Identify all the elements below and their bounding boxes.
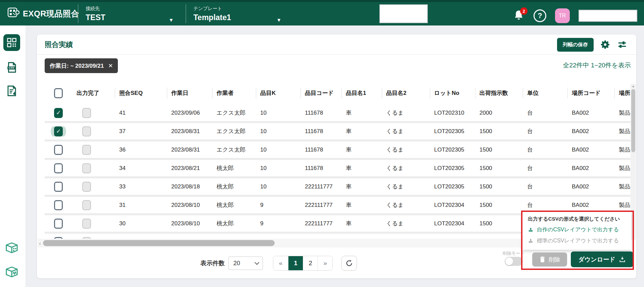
- help-button[interactable]: ?: [534, 9, 546, 22]
- qr-code-icon: [7, 38, 17, 48]
- column-header-8[interactable]: 品目名2: [382, 84, 430, 102]
- csv-option-custom-layout[interactable]: 自作のCSVレイアウトで出力する: [528, 226, 626, 233]
- close-icon[interactable]: ✕: [108, 62, 113, 69]
- chevron-down-icon: ▼: [276, 17, 281, 23]
- delete-mode-toggle[interactable]: [505, 257, 523, 266]
- vertical-scrollbar[interactable]: ▲: [631, 84, 636, 240]
- row-select-checkbox[interactable]: ✓: [54, 126, 63, 136]
- user-avatar[interactable]: TR: [555, 8, 570, 23]
- notification-bell-button[interactable]: 2: [513, 9, 525, 22]
- row-select-checkbox[interactable]: [54, 200, 63, 210]
- output-done-checkbox: [82, 126, 91, 136]
- delete-button[interactable]: 削除: [532, 252, 567, 267]
- output-done-checkbox: [82, 219, 91, 229]
- row-select-cell: ✓: [45, 108, 72, 118]
- cell-lot_no: LOT202304: [430, 220, 475, 227]
- cell-item_name1: 車: [341, 146, 382, 154]
- chevron-down-icon: [255, 260, 259, 265]
- sidebar-item-qr-verify[interactable]: [3, 34, 20, 51]
- sidebar-item-csv-export[interactable]: CSV: [3, 59, 20, 76]
- sidebar-item-box-monitor[interactable]: [3, 264, 20, 280]
- page-next-button[interactable]: »: [318, 256, 332, 270]
- save-column-width-button[interactable]: 列幅の保存: [557, 38, 594, 52]
- page-size-select[interactable]: 20: [228, 256, 263, 270]
- cell-worker: エクス太郎: [212, 127, 256, 135]
- column-header-10[interactable]: 出荷指示数: [475, 84, 523, 102]
- row-select-checkbox[interactable]: [54, 182, 63, 192]
- table-row: ✓412023/09/06エクス太郎10111678車くるまLOT2023102…: [45, 105, 631, 121]
- column-header-7[interactable]: 品目名1: [341, 84, 382, 102]
- column-header-3[interactable]: 作業日: [167, 84, 212, 102]
- header-text-input[interactable]: [579, 10, 637, 22]
- row-select-checkbox[interactable]: ✓: [54, 108, 63, 118]
- cell-lot_no: LOT202305: [430, 128, 475, 135]
- select-all-checkbox[interactable]: [54, 88, 63, 98]
- filter-chip-label: 作業日: ~ 2023/09/21: [50, 62, 104, 70]
- scroll-left-icon[interactable]: ‹: [38, 240, 42, 246]
- cell-unit: 台: [523, 127, 567, 135]
- column-header-4[interactable]: 作業者: [212, 84, 256, 102]
- column-header-12[interactable]: 場所コード: [567, 84, 614, 102]
- row-select-cell: [45, 200, 72, 210]
- output-done-cell: [72, 219, 115, 229]
- cell-location_code: BA002: [567, 165, 614, 172]
- column-header-5[interactable]: 品目K: [256, 84, 301, 102]
- column-header-11[interactable]: 単位: [523, 84, 567, 102]
- download-button[interactable]: ダウンロード: [571, 251, 633, 267]
- template-select[interactable]: テンプレート Template1 ▼: [186, 4, 293, 23]
- horizontal-scrollbar-thumb[interactable]: [43, 240, 275, 246]
- template-label: テンプレート: [193, 6, 286, 12]
- connection-value: TEST: [86, 13, 178, 22]
- cell-lot_no: LOT202304: [430, 202, 475, 209]
- app-title: EXQR現品照合: [23, 8, 79, 19]
- download-button-label: ダウンロード: [578, 255, 615, 264]
- column-header-6[interactable]: 品目コード: [301, 84, 341, 102]
- page-button-2[interactable]: 2: [303, 256, 318, 270]
- cell-item_name2: くるま: [382, 201, 430, 209]
- connection-select[interactable]: 接続先 TEST ▼: [78, 4, 186, 23]
- cell-work_date: 2023/08/18: [167, 183, 212, 190]
- output-done-cell: [72, 182, 115, 192]
- cell-unit: 台: [523, 109, 567, 117]
- cell-unit: 台: [523, 146, 567, 154]
- column-header-9[interactable]: ロットNo: [430, 84, 475, 102]
- package-waveform-icon: [5, 265, 19, 279]
- question-mark-icon: ?: [538, 11, 542, 20]
- settings-button[interactable]: [600, 40, 610, 50]
- column-filter-button[interactable]: [617, 40, 627, 50]
- filter-chip-work-date[interactable]: 作業日: ~ 2023/09/21 ✕: [45, 58, 118, 73]
- row-select-checkbox[interactable]: [54, 163, 63, 173]
- refresh-button[interactable]: [341, 256, 357, 271]
- cell-item_name2: くるま: [382, 164, 430, 172]
- sidebar-item-report-download[interactable]: [3, 82, 20, 99]
- page-button-1[interactable]: 1: [288, 256, 303, 270]
- cell-worker: エクス太郎: [212, 109, 256, 117]
- output-done-cell: [72, 145, 115, 155]
- column-header-13[interactable]: 場所名: [614, 84, 631, 102]
- cell-location_name: 製品: [614, 109, 631, 117]
- svg-text:CSV: CSV: [9, 66, 14, 69]
- row-select-checkbox[interactable]: [54, 145, 63, 155]
- page-size-value: 20: [233, 260, 240, 267]
- row-select-checkbox[interactable]: [54, 219, 63, 229]
- column-header-2[interactable]: 照合SEQ: [115, 84, 167, 102]
- cell-item_code: 222111777: [301, 220, 341, 227]
- result-summary: 全22件中 1~20件を表示: [563, 61, 631, 70]
- cell-location_code: BA002: [567, 202, 614, 209]
- app-logo[interactable]: EXQR現品照合: [0, 7, 78, 21]
- cell-worker: エクス太郎: [212, 146, 256, 154]
- csv-option-standard-layout[interactable]: 標準のCSVレイアウトで出力する: [528, 237, 626, 244]
- sidebar-item-box-qr[interactable]: [3, 239, 20, 256]
- csv-option-label: 標準のCSVレイアウトで出力する: [537, 237, 619, 244]
- results-card: 照合実績 列幅の保存 作業日: ~ 2023/09/21 ✕ 全22件中 1~2…: [37, 35, 636, 278]
- output-done-checkbox: [82, 145, 91, 155]
- cell-work_date: 2023/08/21: [167, 165, 212, 172]
- cell-item_code: 111678: [301, 110, 341, 116]
- csv-option-label: 自作のCSVレイアウトで出力する: [537, 226, 619, 233]
- column-header-1[interactable]: 出力完了: [72, 84, 115, 102]
- cell-worker: 桃太郎: [212, 164, 256, 172]
- page-prev-button[interactable]: «: [273, 256, 288, 270]
- vertical-scrollbar-thumb[interactable]: [631, 89, 635, 152]
- scroll-up-icon[interactable]: ▲: [631, 84, 636, 88]
- cell-work_date: 2023/08/10: [167, 220, 212, 227]
